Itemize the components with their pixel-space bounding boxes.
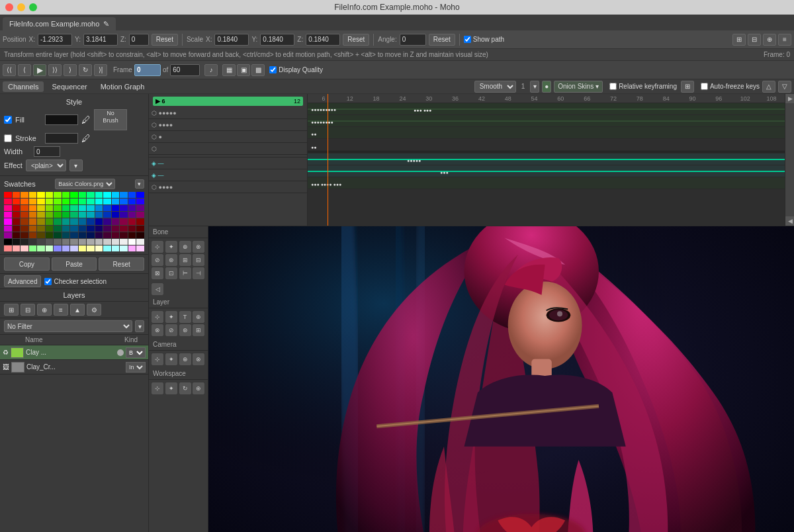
x-input[interactable] bbox=[38, 34, 72, 46]
reset-button-2[interactable]: Reset bbox=[343, 34, 369, 46]
swatch-cell-54[interactable] bbox=[29, 212, 37, 218]
swatch-cell-108[interactable] bbox=[54, 232, 62, 238]
quality-btn-3[interactable]: ▩ bbox=[251, 64, 265, 76]
swatch-cell-4[interactable] bbox=[37, 192, 45, 198]
swatch-cell-28[interactable] bbox=[95, 199, 103, 204]
swatch-cell-12[interactable] bbox=[103, 192, 111, 198]
swatch-cell-29[interactable] bbox=[103, 199, 111, 204]
stroke-swatch[interactable] bbox=[45, 133, 78, 144]
camera-tool-4[interactable]: ⊗ bbox=[193, 353, 204, 365]
reset-button-3[interactable]: Reset bbox=[429, 34, 455, 46]
swatch-cell-90[interactable] bbox=[46, 226, 54, 232]
y-input[interactable] bbox=[83, 34, 118, 46]
swatch-cell-100[interactable] bbox=[128, 226, 136, 232]
auto-freeze-check[interactable]: Auto-freeze keys bbox=[701, 83, 760, 90]
swatch-cell-144[interactable] bbox=[70, 245, 78, 251]
quality-btn-2[interactable]: ▣ bbox=[237, 64, 250, 76]
bone-tool-10[interactable]: ⊡ bbox=[165, 267, 177, 279]
minimize-button[interactable] bbox=[17, 3, 25, 11]
swatch-cell-97[interactable] bbox=[103, 226, 111, 232]
next-frame-btn[interactable]: ⟩ bbox=[64, 64, 77, 76]
swatch-cell-73[interactable] bbox=[46, 218, 54, 224]
swatch-cell-65[interactable] bbox=[120, 212, 128, 218]
layer-btn-2[interactable]: ⊟ bbox=[21, 304, 35, 316]
swatch-cell-26[interactable] bbox=[79, 199, 87, 204]
swatch-cell-58[interactable] bbox=[62, 212, 70, 218]
swatch-cell-63[interactable] bbox=[103, 212, 111, 218]
play-btn[interactable]: ▶ bbox=[33, 64, 46, 76]
swatch-cell-112[interactable] bbox=[87, 232, 95, 238]
scroll-right[interactable]: ▶ bbox=[785, 94, 794, 103]
swatch-cell-62[interactable] bbox=[95, 212, 103, 218]
swatches-preset-select[interactable]: Basic Colors.png bbox=[55, 179, 115, 189]
swatch-cell-106[interactable] bbox=[37, 232, 45, 238]
checker-selection-check[interactable]: Checker selection bbox=[44, 278, 106, 285]
layer-type-select-1[interactable]: B bbox=[126, 347, 146, 358]
swatch-cell-39[interactable] bbox=[46, 205, 54, 211]
layer-type-select-2[interactable]: In bbox=[126, 362, 146, 373]
layer-btn-1[interactable]: ⊞ bbox=[4, 304, 19, 316]
swatch-cell-52[interactable] bbox=[13, 212, 21, 218]
swatch-cell-150[interactable] bbox=[120, 245, 128, 251]
advanced-btn[interactable]: Advanced bbox=[4, 275, 41, 287]
swatch-cell-74[interactable] bbox=[54, 218, 62, 224]
prev-frame-btn[interactable]: ⟨ bbox=[18, 64, 31, 76]
bone-tool-2[interactable]: ✦ bbox=[165, 241, 177, 253]
paste-btn[interactable]: Paste bbox=[52, 257, 97, 271]
no-brush-btn[interactable]: NoBrush bbox=[94, 109, 127, 130]
swatch-cell-16[interactable] bbox=[136, 192, 144, 198]
timeline-scrollbar[interactable]: ▶ ◀ bbox=[785, 94, 794, 226]
sx-input[interactable] bbox=[214, 34, 249, 46]
swatch-cell-136[interactable] bbox=[4, 245, 12, 251]
swatch-cell-91[interactable] bbox=[54, 226, 62, 232]
swatch-cell-31[interactable] bbox=[120, 199, 128, 204]
swatch-cell-130[interactable] bbox=[95, 239, 103, 245]
bone-tool-4[interactable]: ⊗ bbox=[193, 241, 204, 253]
swatch-cell-105[interactable] bbox=[29, 232, 37, 238]
swatch-cell-61[interactable] bbox=[87, 212, 95, 218]
swatch-cell-20[interactable] bbox=[29, 199, 37, 204]
z-input[interactable] bbox=[129, 34, 149, 46]
effect-select[interactable]: <plain> bbox=[26, 159, 66, 171]
swatch-cell-146[interactable] bbox=[87, 245, 95, 251]
swatch-cell-119[interactable] bbox=[4, 239, 12, 245]
smooth-arrows[interactable]: ▾ bbox=[530, 81, 539, 93]
prev-keyframe-btn[interactable]: ⟨⟨ bbox=[3, 64, 16, 76]
swatch-cell-9[interactable] bbox=[79, 192, 87, 198]
layer-tool-8[interactable]: ⊞ bbox=[193, 324, 204, 336]
camera-tool-1[interactable]: ⊹ bbox=[152, 353, 163, 365]
swatch-cell-53[interactable] bbox=[21, 212, 28, 218]
swatch-cell-89[interactable] bbox=[37, 226, 45, 232]
swatch-cell-6[interactable] bbox=[54, 192, 62, 198]
swatch-cell-92[interactable] bbox=[62, 226, 70, 232]
swatch-cell-25[interactable] bbox=[70, 199, 78, 204]
swatch-cell-0[interactable] bbox=[4, 192, 12, 198]
swatch-cell-143[interactable] bbox=[62, 245, 70, 251]
swatch-cell-117[interactable] bbox=[128, 232, 136, 238]
swatch-cell-77[interactable] bbox=[79, 218, 87, 224]
swatch-cell-11[interactable] bbox=[95, 192, 103, 198]
fill-swatch[interactable] bbox=[45, 114, 78, 125]
swatch-cell-18[interactable] bbox=[13, 199, 21, 204]
fast-forward-btn[interactable]: ⟩⟩ bbox=[48, 64, 62, 76]
swatch-cell-81[interactable] bbox=[112, 218, 120, 224]
fill-paint-icon[interactable]: 🖊 bbox=[81, 114, 91, 125]
swatch-cell-113[interactable] bbox=[95, 232, 103, 238]
swatch-cell-49[interactable] bbox=[128, 205, 136, 211]
layer-row[interactable]: ♻ Clay ... B bbox=[0, 345, 148, 360]
swatch-cell-19[interactable] bbox=[21, 199, 28, 204]
width-input[interactable] bbox=[34, 146, 60, 157]
swatch-cell-88[interactable] bbox=[29, 226, 37, 232]
swatch-cell-17[interactable] bbox=[4, 199, 12, 204]
swatch-cell-135[interactable] bbox=[136, 239, 144, 245]
bone-tool-7[interactable]: ⊞ bbox=[179, 254, 191, 266]
swatch-cell-42[interactable] bbox=[70, 205, 78, 211]
swatch-cell-64[interactable] bbox=[112, 212, 120, 218]
swatch-cell-57[interactable] bbox=[54, 212, 62, 218]
layer-tool-7[interactable]: ⊛ bbox=[179, 324, 191, 336]
swatch-cell-121[interactable] bbox=[21, 239, 28, 245]
swatch-cell-24[interactable] bbox=[62, 199, 70, 204]
swatch-cell-45[interactable] bbox=[95, 205, 103, 211]
swatch-cell-139[interactable] bbox=[29, 245, 37, 251]
layer-tool-4[interactable]: ⊕ bbox=[193, 311, 204, 323]
